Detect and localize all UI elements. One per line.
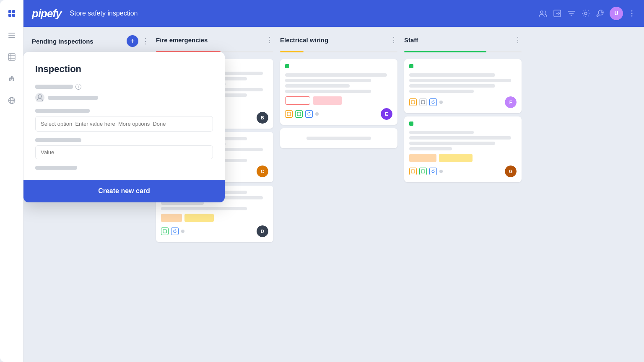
sidebar-item-globe[interactable] [5, 94, 18, 107]
column-progress-electrical [280, 51, 397, 52]
user-avatar[interactable]: U [610, 7, 623, 20]
card-line [409, 84, 495, 88]
card-action-icons [409, 98, 443, 106]
card-dot-indicator [181, 230, 184, 233]
column-progress-staff [404, 51, 522, 52]
share-icon[interactable] [553, 9, 562, 18]
svg-rect-6 [8, 37, 15, 38]
card-dot-indicator [439, 170, 443, 173]
header-right: U [538, 7, 636, 20]
form-input-2[interactable] [35, 145, 213, 159]
column-electrical: Electrical wiring ⋮ [280, 34, 397, 355]
sidebar-item-bot[interactable] [5, 72, 18, 85]
card-icon-b[interactable] [419, 98, 427, 106]
tag-pink [313, 96, 342, 105]
board: Pending inspections + ⋮ [23, 27, 644, 362]
card-staff-1[interactable]: F [404, 59, 522, 113]
progress-bar-staff [404, 51, 486, 52]
svg-point-39 [38, 95, 42, 98]
form-more-fields[interactable] [35, 166, 77, 170]
column-title-electrical: Electrical wiring [280, 36, 387, 44]
more-options-icon[interactable] [628, 10, 636, 17]
form-assignee-placeholder [48, 96, 98, 100]
card-dot-green [409, 122, 413, 126]
card-line [285, 79, 371, 82]
create-new-card-button[interactable]: Create new card [31, 187, 217, 195]
svg-point-13 [10, 79, 11, 80]
card-icon-b[interactable] [419, 168, 427, 175]
column-title-fire: Fire emergencies [156, 36, 262, 44]
wrench-icon[interactable] [595, 9, 605, 18]
svg-rect-37 [411, 170, 415, 173]
card-icon-cal[interactable] [161, 228, 169, 235]
card-tags [285, 96, 392, 105]
users-icon[interactable] [538, 9, 548, 18]
card-footer: F [409, 96, 517, 108]
form-section-2 [35, 109, 213, 132]
card-line [409, 136, 511, 140]
svg-rect-12 [11, 76, 13, 78]
page-title: Store safety inspection [70, 10, 138, 17]
card-content [409, 73, 517, 93]
svg-point-21 [584, 12, 587, 15]
form-section-label-2 [35, 109, 90, 113]
sidebar-item-table[interactable] [5, 50, 18, 64]
card-line [409, 73, 495, 77]
column-menu-electrical[interactable]: ⋮ [390, 35, 397, 44]
card-assignee-avatar: F [505, 96, 517, 108]
progress-bar-electrical [280, 51, 304, 52]
card-electrical-empty [280, 128, 397, 148]
card-tags [409, 154, 517, 162]
form-input-1[interactable] [35, 116, 213, 132]
svg-rect-34 [297, 112, 301, 116]
main-content: pipefy Store safety inspection [23, 0, 644, 362]
empty-line [306, 137, 371, 140]
form-label-1 [35, 85, 73, 89]
tag-orange [161, 214, 182, 222]
svg-point-19 [540, 11, 543, 13]
column-title-pending: Pending inspections [32, 38, 123, 45]
svg-point-24 [631, 16, 633, 17]
svg-rect-3 [12, 14, 15, 17]
card-staff-2[interactable]: G [404, 116, 522, 182]
app-logo: pipefy [32, 7, 62, 20]
column-header-electrical: Electrical wiring ⋮ [280, 34, 397, 46]
svg-rect-32 [163, 230, 166, 233]
modal-footer[interactable]: Create new card [23, 180, 225, 202]
tag-red-outline [285, 96, 310, 105]
card-icon-a[interactable] [409, 98, 417, 106]
card-icon-sync[interactable] [429, 98, 437, 106]
card-electrical-1[interactable]: E [280, 59, 397, 125]
card-footer: D [161, 225, 268, 237]
svg-rect-15 [10, 80, 13, 81]
card-line [409, 131, 474, 134]
sidebar-item-list[interactable] [5, 28, 18, 42]
column-menu-fire[interactable]: ⋮ [266, 35, 273, 44]
card-icon-a[interactable] [285, 110, 293, 118]
header-left: pipefy Store safety inspection [32, 7, 138, 20]
card-icon-sync[interactable] [171, 228, 179, 235]
card-icon-a[interactable] [409, 168, 417, 175]
info-icon-1[interactable]: i [75, 84, 81, 90]
card-assignee-avatar: B [257, 112, 268, 124]
form-section-3 [35, 138, 213, 159]
add-card-button-pending[interactable]: + [127, 35, 138, 47]
modal-body: Inspection i [23, 52, 225, 180]
card-action-icons [285, 110, 319, 118]
filter-icon[interactable] [567, 9, 576, 18]
card-icon-b[interactable] [295, 110, 303, 118]
card-footer: E [285, 108, 392, 120]
svg-point-14 [12, 79, 13, 80]
tag-yellow [439, 154, 473, 162]
card-action-icons [161, 228, 184, 235]
card-assignee-avatar: C [257, 165, 268, 177]
card-icon-sync[interactable] [305, 110, 313, 118]
settings-icon[interactable] [581, 9, 590, 18]
card-icon-sync[interactable] [429, 168, 437, 175]
sidebar-item-grid[interactable] [5, 7, 18, 20]
card-line [409, 79, 511, 82]
column-menu-staff[interactable]: ⋮ [514, 35, 522, 44]
column-title-staff: Staff [404, 36, 511, 44]
column-menu-pending[interactable]: ⋮ [142, 36, 149, 46]
column-header-pending: Pending inspections + ⋮ [32, 34, 149, 49]
